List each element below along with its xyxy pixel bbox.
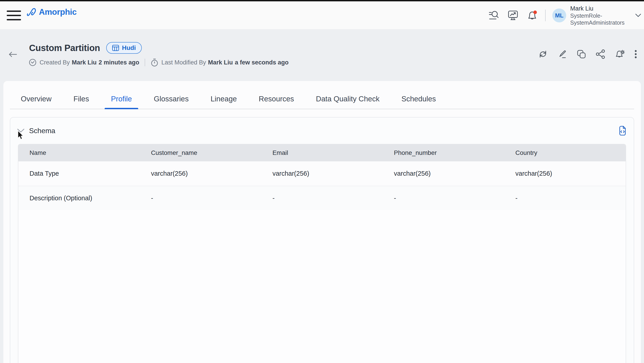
schema-section-title: Schema (29, 127, 55, 135)
table-header-row: Name Customer_name Email Phone_number Co… (18, 144, 626, 161)
user-role-line1: SystemRole- (570, 12, 626, 19)
bell-icon[interactable] (527, 10, 538, 21)
back-arrow-icon[interactable] (8, 51, 18, 58)
tab-files[interactable]: Files (67, 81, 96, 109)
tab-glossaries[interactable]: Glossaries (148, 81, 195, 109)
code-file-icon[interactable] (618, 126, 626, 136)
cell-value: varchar(256) (261, 170, 382, 177)
timer-icon (150, 58, 158, 67)
schema-table: Name Customer_name Email Phone_number Co… (18, 144, 626, 363)
column-header-country: Country (504, 149, 626, 156)
page-title: Custom Partition (29, 43, 100, 53)
row-label: Description (Optional) (18, 194, 140, 202)
meta-divider (145, 59, 145, 66)
refresh-icon[interactable] (538, 49, 548, 59)
chevron-down-icon[interactable] (17, 128, 24, 133)
column-header-name: Name (18, 149, 140, 156)
column-header-email: Email (261, 149, 382, 156)
user-chevron-down-icon[interactable] (635, 14, 641, 18)
logo-text: Amorphic (39, 8, 77, 17)
notification-dot (533, 11, 537, 14)
search-icon[interactable] (488, 10, 499, 21)
user-role-line2: SystemAdministrators (570, 19, 626, 26)
share-icon[interactable] (596, 49, 606, 59)
user-menu[interactable]: Mark Liu SystemRole- SystemAdministrator… (570, 5, 626, 26)
tab-lineage[interactable]: Lineage (204, 81, 243, 109)
schema-section-header[interactable]: Schema (10, 118, 634, 144)
title-row: Custom Partition Hudi (29, 42, 142, 54)
cell-value: varchar(256) (504, 170, 626, 177)
created-time: 2 minutes ago (98, 59, 139, 66)
modified-by-user: Mark Liu (208, 59, 233, 66)
amorphic-logo-icon (26, 7, 38, 18)
badge-label: Hudi (122, 44, 136, 52)
table-row-data-type: Data Type varchar(256) varchar(256) varc… (18, 161, 626, 186)
avatar[interactable]: ML (552, 9, 566, 22)
modified-time: a few seconds ago (235, 59, 288, 66)
tab-schedules[interactable]: Schedules (395, 81, 442, 109)
cell-value: - (383, 194, 504, 202)
hamburger-menu-icon[interactable] (7, 10, 22, 21)
meta-row: Created By Mark Liu 2 minutes ago Last M… (28, 58, 288, 67)
edit-icon[interactable] (557, 49, 567, 59)
page-header: Custom Partition Hudi Created By Mark Li… (0, 30, 644, 81)
created-by-prefix: Created By (40, 59, 70, 66)
row-label: Data Type (18, 170, 140, 177)
notification-settings-icon[interactable] (615, 49, 625, 59)
avatar-initials: ML (555, 12, 564, 19)
clock-icon (28, 58, 37, 67)
tab-profile[interactable]: Profile (105, 81, 138, 109)
modified-by-prefix: Last Modified By (162, 59, 206, 66)
more-options-icon[interactable] (634, 49, 637, 59)
tab-overview[interactable]: Overview (14, 81, 58, 109)
schema-card: Schema Name Customer_name Email Phone_nu (10, 117, 634, 363)
cell-value: - (504, 194, 626, 202)
cell-value: - (140, 194, 261, 202)
amorphic-logo[interactable]: Amorphic (26, 7, 77, 18)
main-panel: Overview Files Profile Glossaries Lineag… (3, 81, 641, 363)
tab-resources[interactable]: Resources (252, 81, 300, 109)
column-header-phone-number: Phone_number (383, 149, 504, 156)
cell-value: - (261, 194, 382, 202)
created-by-user: Mark Liu (72, 59, 96, 66)
header-actions (538, 49, 637, 59)
duplicate-icon[interactable] (576, 49, 586, 59)
tab-data-quality-check[interactable]: Data Quality Check (310, 81, 386, 109)
cell-value: varchar(256) (140, 170, 261, 177)
table-icon (112, 45, 119, 51)
table-row-description: Description (Optional) - - - - (18, 186, 626, 210)
user-name: Mark Liu (570, 5, 626, 12)
topbar-right: ML Mark Liu SystemRole- SystemAdministra… (480, 1, 641, 30)
cell-value: varchar(256) (383, 170, 504, 177)
usage-dashboard-icon[interactable] (508, 10, 518, 21)
dataset-type-badge: Hudi (106, 42, 142, 54)
topbar-divider (545, 10, 546, 21)
topbar: Amorphic (0, 1, 644, 30)
tabs-row: Overview Files Profile Glossaries Lineag… (3, 81, 641, 109)
column-header-customer-name: Customer_name (140, 149, 261, 156)
